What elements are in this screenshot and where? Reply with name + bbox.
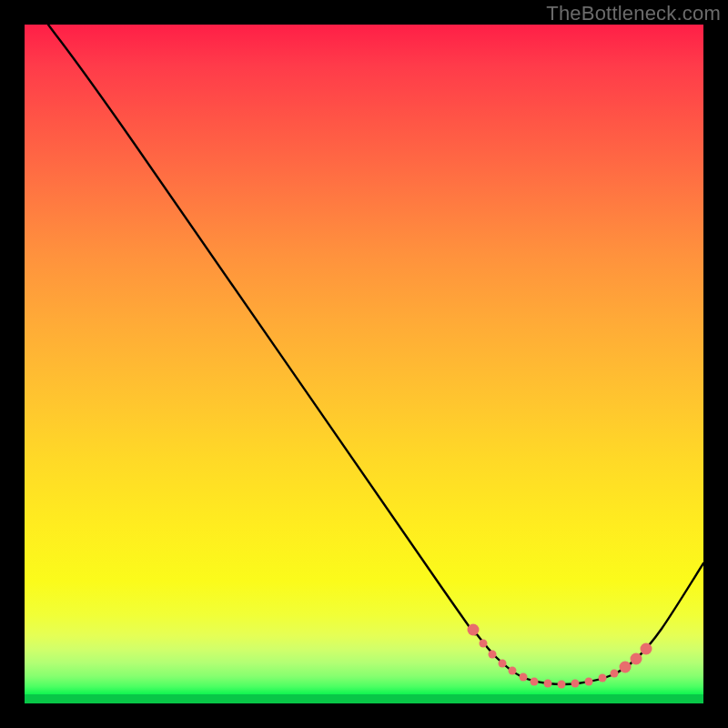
highlight-dot <box>544 680 552 688</box>
chart-container: TheBottleneck.com <box>0 0 728 728</box>
highlight-dot <box>599 674 607 682</box>
highlight-dot <box>641 643 652 655</box>
highlight-dot <box>585 678 593 686</box>
highlight-dot <box>631 653 642 665</box>
highlight-dot <box>611 670 619 678</box>
highlight-dot <box>531 678 539 686</box>
highlight-dot <box>489 651 497 659</box>
highlight-dot <box>620 662 632 673</box>
highlight-dot <box>571 680 580 688</box>
plot-area <box>25 25 703 703</box>
highlight-dots <box>468 624 652 689</box>
highlight-dot <box>499 660 507 668</box>
highlight-dot <box>558 681 566 689</box>
highlight-dot <box>480 640 488 648</box>
highlight-dot <box>468 624 480 636</box>
bottleneck-curve <box>48 25 703 684</box>
watermark-text: TheBottleneck.com <box>546 2 721 25</box>
curve-layer <box>25 25 703 703</box>
bottom-band <box>25 694 703 703</box>
svg-rect-0 <box>25 694 703 703</box>
highlight-dot <box>509 667 517 675</box>
highlight-dot <box>520 673 528 682</box>
